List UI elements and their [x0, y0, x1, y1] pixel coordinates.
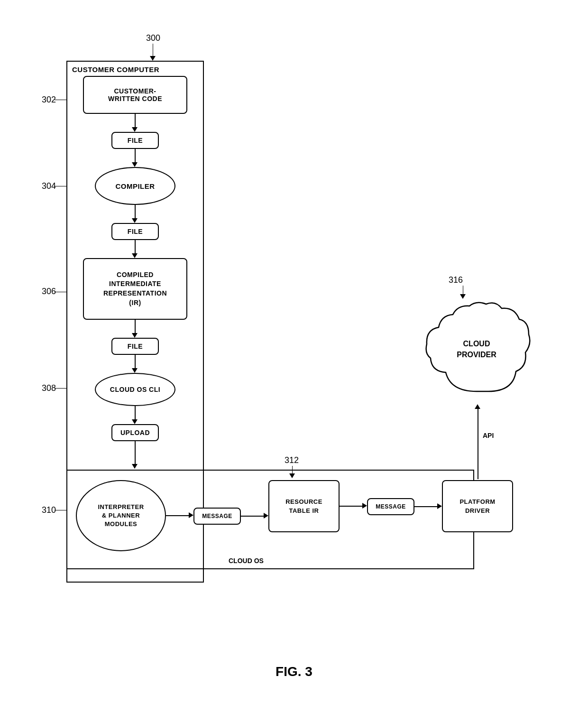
svg-text:CLOUD: CLOUD — [463, 340, 490, 348]
file-box-3: FILE — [111, 338, 159, 355]
resource-table-ir-box: RESOURCE TABLE IR — [268, 480, 340, 532]
file-box-2: FILE — [111, 223, 159, 240]
cloud-os-label: CLOUD OS — [229, 557, 264, 565]
compiler-box: COMPILER — [95, 167, 175, 205]
api-label: API — [483, 432, 494, 439]
svg-text:PROVIDER: PROVIDER — [457, 351, 496, 359]
customer-computer-label: CUSTOMER COMPUTER — [72, 65, 159, 74]
compiled-ir-box: COMPILED INTERMEDIATE REPRESENTATION (IR… — [83, 258, 187, 320]
interpreter-planner-box: INTERPRETER & PLANNER MODULES — [76, 480, 166, 551]
ref-312: 312 — [285, 455, 299, 465]
upload-box: UPLOAD — [111, 424, 159, 441]
ref-304: 304 — [42, 181, 56, 191]
diagram: 300 CUSTOMER COMPUTER 302 CUSTOMER- WRIT… — [28, 19, 560, 674]
ref-310: 310 — [42, 505, 56, 515]
file-box-1: FILE — [111, 132, 159, 149]
ref-302: 302 — [42, 95, 56, 105]
ref-306: 306 — [42, 287, 56, 296]
fig-label: FIG. 3 — [247, 664, 341, 679]
message-box-2: MESSAGE — [367, 498, 414, 515]
platform-driver-box: PLATFORM DRIVER — [442, 480, 513, 532]
ref-316: 316 — [449, 275, 463, 285]
message-box-1: MESSAGE — [193, 508, 241, 525]
customer-written-code-box: CUSTOMER- WRITTEN CODE — [83, 76, 187, 114]
cloud-os-cli-box: CLOUD OS CLI — [95, 373, 175, 406]
cloud-provider-shape: CLOUD PROVIDER — [422, 296, 531, 401]
ref-300: 300 — [146, 33, 160, 43]
ref-308: 308 — [42, 383, 56, 393]
